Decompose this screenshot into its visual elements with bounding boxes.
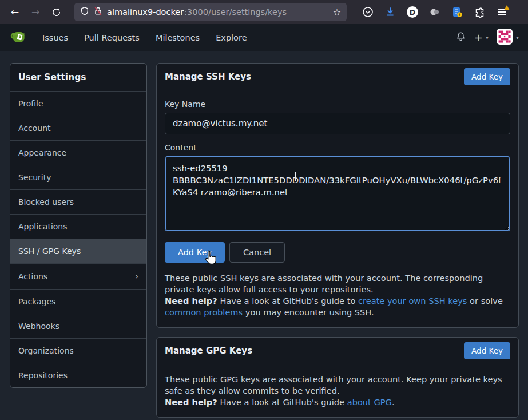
ssh-panel-title: Manage SSH Keys xyxy=(165,72,251,82)
about-gpg-link[interactable]: about GPG xyxy=(347,397,392,407)
need-help-label: Need help? xyxy=(165,296,217,306)
gpg-help-text: These public GPG keys are associated wit… xyxy=(165,374,510,408)
pocket-icon[interactable] xyxy=(359,3,376,21)
notifications-bell-icon[interactable] xyxy=(455,31,466,45)
extensions-puzzle-icon[interactable] xyxy=(471,3,488,21)
back-icon[interactable]: ← xyxy=(6,3,24,21)
shield-icon[interactable] xyxy=(80,6,89,18)
common-problems-link[interactable]: common problems xyxy=(165,307,243,317)
sidebar-item-packages[interactable]: Packages xyxy=(10,289,146,314)
sidebar-item-appearance[interactable]: Appearance xyxy=(10,140,146,165)
key-name-label: Key Name xyxy=(165,100,510,109)
settings-sidebar: User Settings Profile Account Appearance… xyxy=(10,63,147,388)
chevron-down-icon: ▾ xyxy=(516,34,519,41)
sidebar-item-actions[interactable]: Actions › xyxy=(10,263,146,289)
sidebar-item-webhooks[interactable]: Webhooks xyxy=(10,314,146,338)
sidebar-title: User Settings xyxy=(10,64,146,91)
refresh-icon[interactable] xyxy=(47,3,65,21)
key-content-textarea[interactable]: ssh-ed25519 BBBBC3NzaC1lZDI1NTE5DDDDIDAN… xyxy=(165,156,510,231)
bookmark-star-icon[interactable]: ☆ xyxy=(333,7,341,18)
sidebar-item-profile[interactable]: Profile xyxy=(10,91,146,116)
extension-d-letter: D xyxy=(407,6,418,18)
url-bar[interactable]: almalinux9-docker :3000/user/settings/ke… xyxy=(74,3,347,21)
chevron-right-icon: › xyxy=(135,271,138,282)
nav-link-explore[interactable]: Explore xyxy=(208,27,255,48)
gpg-keys-panel: Manage GPG Keys Add Key These public GPG… xyxy=(156,337,519,418)
menu-hamburger-icon[interactable] xyxy=(493,3,510,21)
gitea-navbar: Issues Pull Requests Milestones Explore … xyxy=(0,24,528,51)
browser-toolbar: ← → almalinux9-docker :3000/user/setting… xyxy=(0,0,528,24)
sidebar-item-repositories[interactable]: Repositories xyxy=(10,363,146,387)
downloads-icon[interactable] xyxy=(382,3,399,21)
sidebar-item-ssh-gpg-keys[interactable]: SSH / GPG Keys xyxy=(10,239,146,263)
ssh-add-key-toggle-button[interactable]: Add Key xyxy=(464,68,510,85)
sidebar-item-security[interactable]: Security xyxy=(10,165,146,189)
url-path: :3000/user/settings/keys xyxy=(184,7,287,17)
nav-link-milestones[interactable]: Milestones xyxy=(148,27,208,48)
sidebar-item-applications[interactable]: Applications xyxy=(10,214,146,239)
create-new-dropdown[interactable]: + ▾ xyxy=(474,31,489,43)
plus-icon: + xyxy=(474,31,483,43)
nav-link-pull-requests[interactable]: Pull Requests xyxy=(76,27,148,48)
user-menu-dropdown[interactable]: ▾ xyxy=(497,29,519,47)
gitea-logo-icon[interactable] xyxy=(9,30,26,46)
gpg-add-key-toggle-button[interactable]: Add Key xyxy=(464,342,510,359)
chevron-down-icon: ▾ xyxy=(486,34,489,41)
sidebar-item-organizations[interactable]: Organizations xyxy=(10,338,146,363)
extension-doc-icon[interactable] xyxy=(448,3,466,21)
key-name-input[interactable] xyxy=(165,113,510,134)
sidebar-item-account[interactable]: Account xyxy=(10,116,146,140)
extension-gray-icon[interactable] xyxy=(426,3,443,21)
nav-link-issues[interactable]: Issues xyxy=(34,27,76,48)
ssh-keys-panel: Manage SSH Keys Add Key Key Name Content… xyxy=(156,63,519,328)
ssh-add-key-submit-button[interactable]: Add Key xyxy=(165,242,225,263)
create-ssh-keys-link[interactable]: create your own SSH keys xyxy=(358,296,467,306)
content-label: Content xyxy=(165,143,510,152)
ssh-help-text: These public SSH keys are associated wit… xyxy=(165,272,510,318)
sidebar-item-blocked-users[interactable]: Blocked users xyxy=(10,189,146,214)
extension-d-icon[interactable]: D xyxy=(404,3,421,21)
forward-icon[interactable]: → xyxy=(26,3,45,21)
user-avatar-identicon xyxy=(497,29,513,47)
update-badge-icon xyxy=(504,5,510,10)
cancel-button[interactable]: Cancel xyxy=(229,242,285,263)
need-help-label: Need help? xyxy=(165,397,217,407)
url-host: almalinux9-docker xyxy=(107,7,184,17)
insecure-lock-icon[interactable] xyxy=(94,6,102,18)
text-caret xyxy=(295,172,296,181)
gpg-panel-title: Manage GPG Keys xyxy=(165,346,252,356)
